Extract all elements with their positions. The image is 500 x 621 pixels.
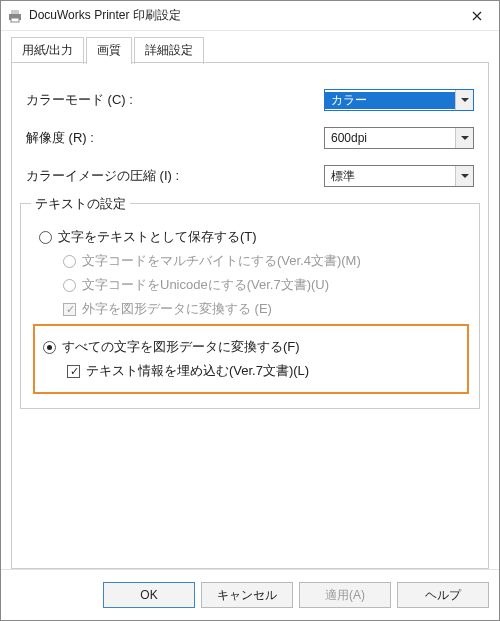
highlight-box: すべての文字を図形データに変換する(F) テキスト情報を埋め込む(Ver.7文書… — [33, 324, 469, 394]
window-title: DocuWorks Printer 印刷設定 — [29, 7, 455, 24]
radio-all-to-shape-label: すべての文字を図形データに変換する(F) — [62, 338, 300, 356]
label-color-image-compression: カラーイメージの圧縮 (I) : — [26, 167, 324, 185]
radio-save-as-text-label: 文字をテキストとして保存する(T) — [58, 228, 257, 246]
radio-icon — [43, 341, 56, 354]
radio-multibyte-label: 文字コードをマルチバイトにする(Ver.4文書)(M) — [82, 252, 361, 270]
tab-image-quality[interactable]: 画質 — [86, 37, 132, 64]
row-resolution: 解像度 (R) : 600dpi — [26, 127, 474, 149]
print-settings-window: DocuWorks Printer 印刷設定 用紙/出力 画質 詳細設定 カラー… — [0, 0, 500, 621]
select-color-mode-value: カラー — [325, 92, 455, 109]
radio-icon — [63, 255, 76, 268]
tab-advanced[interactable]: 詳細設定 — [134, 37, 204, 64]
cancel-button[interactable]: キャンセル — [201, 582, 293, 608]
svg-rect-2 — [11, 18, 19, 22]
select-color-mode[interactable]: カラー — [324, 89, 474, 111]
label-resolution: 解像度 (R) : — [26, 129, 324, 147]
radio-unicode-label: 文字コードをUnicodeにする(Ver.7文書)(U) — [82, 276, 329, 294]
titlebar: DocuWorks Printer 印刷設定 — [1, 1, 499, 31]
close-button[interactable] — [455, 1, 499, 31]
radio-icon — [39, 231, 52, 244]
svg-rect-1 — [11, 10, 19, 14]
tab-paper-output[interactable]: 用紙/出力 — [11, 37, 84, 64]
radio-icon — [63, 279, 76, 292]
group-text-settings-legend: テキストの設定 — [31, 195, 130, 213]
chevron-down-icon — [455, 128, 473, 148]
ok-button[interactable]: OK — [103, 582, 195, 608]
checkbox-gaiji-to-shape-label: 外字を図形データに変換する (E) — [82, 300, 272, 318]
checkbox-gaiji-to-shape: 外字を図形データに変換する (E) — [63, 300, 465, 318]
chevron-down-icon — [455, 166, 473, 186]
client-area: 用紙/出力 画質 詳細設定 カラーモード (C) : カラー 解像度 (R) : — [1, 31, 499, 569]
close-icon — [472, 11, 482, 21]
group-text-settings: テキストの設定 文字をテキストとして保存する(T) 文字コードをマルチバイトにす… — [20, 203, 480, 409]
select-resolution-value: 600dpi — [325, 131, 455, 145]
radio-all-to-shape[interactable]: すべての文字を図形データに変換する(F) — [43, 338, 461, 356]
tab-page: カラーモード (C) : カラー 解像度 (R) : 600dpi — [11, 63, 489, 569]
row-color-image-compression: カラーイメージの圧縮 (I) : 標準 — [26, 165, 474, 187]
select-color-image-compression[interactable]: 標準 — [324, 165, 474, 187]
checkbox-icon — [63, 303, 76, 316]
help-button[interactable]: ヘルプ — [397, 582, 489, 608]
checkbox-icon — [67, 365, 80, 378]
printer-icon — [7, 8, 23, 24]
checkbox-embed-text-info-label: テキスト情報を埋め込む(Ver.7文書)(L) — [86, 362, 309, 380]
radio-multibyte: 文字コードをマルチバイトにする(Ver.4文書)(M) — [63, 252, 465, 270]
select-resolution[interactable]: 600dpi — [324, 127, 474, 149]
apply-button: 適用(A) — [299, 582, 391, 608]
radio-save-as-text[interactable]: 文字をテキストとして保存する(T) — [39, 228, 465, 246]
label-color-mode: カラーモード (C) : — [26, 91, 324, 109]
select-color-image-compression-value: 標準 — [325, 168, 455, 185]
checkbox-embed-text-info[interactable]: テキスト情報を埋め込む(Ver.7文書)(L) — [67, 362, 461, 380]
radio-unicode: 文字コードをUnicodeにする(Ver.7文書)(U) — [63, 276, 465, 294]
row-color-mode: カラーモード (C) : カラー — [26, 89, 474, 111]
chevron-down-icon — [455, 90, 473, 110]
button-bar: OK キャンセル 適用(A) ヘルプ — [1, 569, 499, 620]
tabstrip: 用紙/出力 画質 詳細設定 — [11, 37, 489, 63]
